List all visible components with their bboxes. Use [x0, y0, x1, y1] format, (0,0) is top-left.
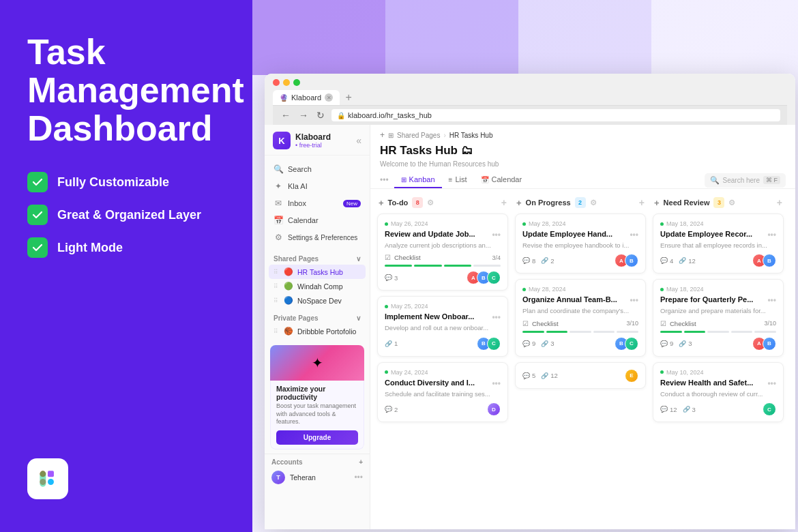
card-desc: Organize and prepare materials for...	[660, 307, 776, 315]
card-desc: Plan and coordinate the company's...	[522, 307, 638, 315]
back-button[interactable]: ←	[280, 110, 292, 121]
address-box[interactable]: 🔒 klaboard.io/hr_tasks_hub	[331, 109, 780, 121]
card-desc: Ensure that all employee records in...	[660, 241, 776, 250]
tab-calendar[interactable]: 📅 Calendar	[474, 172, 529, 188]
card-date: May 25, 2024	[385, 303, 501, 310]
card-desc: Revise the employee handbook to i...	[522, 241, 638, 250]
nav-item-inbox[interactable]: ✉ Inbox New	[269, 195, 366, 211]
browser-addressbar: ← → ↻ 🔒 klaboard.io/hr_tasks_hub	[273, 105, 787, 125]
page-label-hr-tasks: HR Tasks Hub	[297, 268, 343, 276]
private-pages-section: Private Pages ∨ ⠿ 🏀 Dribbble Portofolio	[265, 310, 370, 341]
refresh-button[interactable]: ↻	[315, 110, 326, 121]
avatar-2: C	[625, 337, 638, 351]
new-tab-button[interactable]: +	[341, 90, 356, 105]
column-header-inprogress: + On Progress 2 ⚙ +	[515, 197, 646, 208]
card-footer: 💬 9 🔗 3 B C	[522, 337, 638, 351]
page-item-windah[interactable]: ⠿ 🟢 Windah Comp	[269, 279, 366, 293]
card-date: May 28, 2024	[522, 286, 638, 293]
sidebar-brand: K Klaboard • free-trial	[273, 132, 331, 149]
col-add-todo[interactable]: +	[379, 198, 384, 208]
card-checklist: ☑ Checklist 3/4	[385, 254, 501, 261]
nav-label-search: Search	[288, 165, 312, 173]
card-more-button[interactable]: •••	[492, 379, 501, 388]
prog-seg-1	[385, 265, 412, 267]
dot-yellow[interactable]	[283, 79, 290, 86]
col-gear-review[interactable]: ⚙	[728, 198, 735, 207]
col-add-inprogress[interactable]: +	[516, 198, 522, 208]
nav-item-ai[interactable]: ✦ Kla AI	[269, 178, 366, 194]
card-desc: Analyze current job descriptions an...	[385, 241, 501, 250]
main-content: + ⊞ Shared Pages › HR Tasks Hub HR Tasks…	[370, 125, 795, 529]
card-avatars: C	[763, 402, 776, 416]
view-options-icon[interactable]: •••	[380, 175, 389, 185]
col-badge-todo: 8	[412, 197, 423, 208]
column-todo: + To-do 8 ⚙ + May 26, 2024	[377, 197, 508, 521]
dot-red[interactable]	[273, 79, 280, 86]
card-more-button[interactable]: •••	[492, 312, 501, 322]
card-title: Update Employee Hand... •••	[522, 230, 638, 239]
card-title: Review and Update Job... •••	[385, 230, 501, 239]
col-title-todo: To-do	[388, 198, 409, 207]
card-more-button[interactable]: •••	[630, 295, 638, 305]
tab-close-button[interactable]: ✕	[325, 93, 333, 102]
page-item-hr-tasks[interactable]: ⠿ 🔴 HR Tasks Hub	[269, 265, 366, 279]
tab-list[interactable]: ≡ List	[442, 172, 474, 188]
card-date: May 10, 2024	[660, 369, 776, 376]
page-item-nospace[interactable]: ⠿ 🔵 NoSpace Dev	[269, 293, 366, 308]
right-area: 🔮 Klaboard ✕ + ← → ↻ 🔒 klaboard.io/hr_ta…	[252, 0, 798, 532]
col-gear-inprogress[interactable]: ⚙	[590, 198, 597, 207]
column-add: +	[790, 197, 795, 521]
date-dot	[385, 222, 388, 226]
account-more-button[interactable]: •••	[354, 473, 363, 482]
shared-pages-header[interactable]: Shared Pages ∨	[269, 251, 366, 265]
dribbble-icon: 🏀	[284, 327, 293, 336]
checklist-icon: ☑	[660, 320, 666, 327]
card-stat-comments: 💬 9	[660, 340, 673, 347]
dot-green[interactable]	[293, 79, 300, 86]
add-column-button[interactable]: +	[790, 197, 795, 211]
col-plus-review[interactable]: +	[777, 197, 782, 208]
col-plus-todo[interactable]: +	[501, 197, 507, 208]
account-item-teheran[interactable]: T Teheran •••	[271, 469, 363, 486]
promo-desc: Boost your task management with advanced…	[276, 402, 358, 426]
collapse-button[interactable]: «	[356, 135, 361, 146]
browser-tab-klaboard[interactable]: 🔮 Klaboard ✕	[273, 90, 340, 105]
card-more-button[interactable]: •••	[767, 295, 776, 305]
card-footer: 🔗 1 B C	[385, 337, 501, 351]
card-avatars: A B	[615, 254, 638, 267]
upgrade-button[interactable]: Upgrade	[276, 430, 358, 445]
card-more-button[interactable]: •••	[630, 230, 638, 239]
task-card: May 28, 2024 Organize Annual Team-B... •…	[515, 279, 646, 356]
col-gear-todo[interactable]: ⚙	[427, 198, 434, 207]
check-icon-3	[27, 237, 48, 258]
nav-item-settings[interactable]: ⚙ Settings & Preferences	[269, 229, 366, 246]
forward-button[interactable]: →	[297, 110, 310, 121]
card-more-button[interactable]: •••	[492, 230, 501, 239]
private-pages-header[interactable]: Private Pages ∨	[269, 310, 366, 324]
col-add-review[interactable]: +	[654, 198, 660, 208]
card-avatars: A B	[752, 254, 776, 267]
comment-icon: 💬	[522, 372, 530, 379]
add-account-button[interactable]: +	[359, 458, 363, 466]
col-plus-inprogress[interactable]: +	[639, 197, 645, 208]
page-item-dribbble[interactable]: ⠿ 🏀 Dribbble Portofolio	[269, 324, 366, 338]
card-stat-comments: 💬 9	[522, 340, 535, 347]
tab-kanban[interactable]: ⊞ Kanban	[394, 172, 442, 188]
tab-label: Klaboard	[291, 93, 321, 102]
search-icon: 🔍	[274, 164, 283, 174]
windah-icon: 🟢	[284, 282, 293, 291]
svg-point-3	[48, 479, 54, 485]
search-box[interactable]: 🔍 Search here ⌘ F	[705, 173, 786, 188]
card-more-button[interactable]: •••	[767, 379, 776, 388]
shared-pages-label: Shared Pages	[274, 255, 319, 263]
breadcrumb-plus-icon[interactable]: +	[380, 130, 385, 140]
feature-label-3: Light Mode	[57, 241, 123, 255]
nav-item-search[interactable]: 🔍 Search	[269, 161, 366, 177]
kanban-board: + To-do 8 ⚙ + May 26, 2024	[370, 189, 795, 529]
checklist-progress: 3/10	[764, 320, 776, 327]
avatar-3: C	[487, 271, 501, 284]
card-footer: 💬 3 A B C	[385, 271, 501, 284]
card-title-text: Update Employee Hand...	[522, 230, 627, 238]
nav-item-calendar[interactable]: 📅 Calendar	[269, 212, 366, 228]
card-more-button[interactable]: •••	[767, 230, 776, 239]
